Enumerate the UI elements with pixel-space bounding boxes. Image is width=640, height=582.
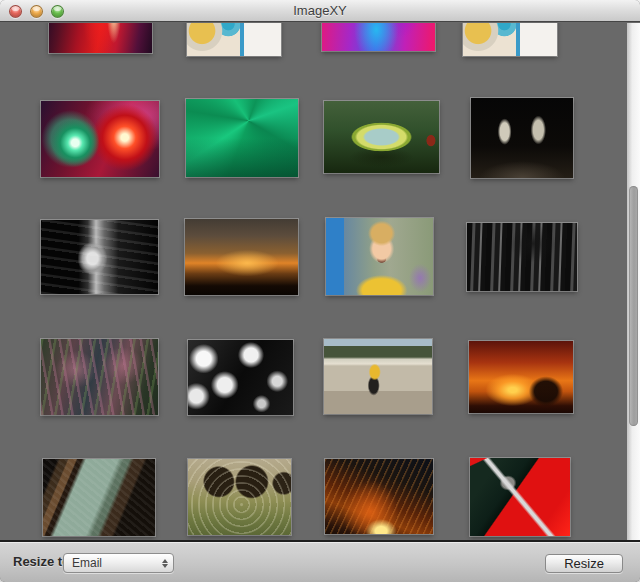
thumbnail-red-green-orbs[interactable]: [41, 101, 159, 177]
scrollbar-track[interactable]: [627, 23, 640, 540]
thumbnail-rope-knot-bw[interactable]: [41, 220, 158, 294]
thumbnail-kid-running-beach[interactable]: [324, 339, 432, 414]
thumbnail-orange-sunset-tree[interactable]: [469, 341, 573, 413]
titlebar: ImageXY: [0, 0, 640, 22]
thumbnail-bonfire-sparks[interactable]: [325, 459, 433, 534]
bottom-toolbar: Resize to Email Resize: [0, 540, 640, 582]
popup-updown-arrows-icon: [157, 554, 173, 572]
resize-to-label: Resize to: [13, 542, 70, 582]
thumbnail-meadow-flowers[interactable]: [41, 339, 158, 415]
thumbnail-giant-lily-pad[interactable]: [324, 101, 439, 173]
thumbnail-craft-circles-towel-2[interactable]: [463, 23, 557, 56]
thumbnail-night-jumpers[interactable]: [471, 98, 573, 178]
thumbnail-red-car-wiper[interactable]: [470, 458, 570, 536]
thumbnail-sunset-field[interactable]: [185, 219, 298, 295]
preset-dropdown[interactable]: Email: [63, 553, 174, 573]
thumbnail-green-parasol[interactable]: [186, 99, 298, 177]
thumbnail-grass-bw[interactable]: [467, 223, 577, 291]
thumbnail-pink-blue-abstract[interactable]: [322, 23, 435, 51]
thumbnail-red-light-streaks[interactable]: [49, 23, 152, 53]
resize-button[interactable]: Resize: [545, 554, 623, 573]
thumbnail-spiderweb-bridge[interactable]: [188, 459, 291, 535]
scrollbar-thumb[interactable]: [629, 186, 638, 426]
window-title: ImageXY: [0, 0, 640, 22]
thumbnail-smiling-boy[interactable]: [326, 218, 433, 295]
thumbnail-old-car-window[interactable]: [43, 459, 155, 536]
preset-dropdown-value: Email: [64, 556, 157, 570]
photo-browser: [0, 23, 640, 540]
thumbnail-foliage-bw-contrast[interactable]: [188, 340, 293, 415]
thumbnail-craft-circles-towel-1[interactable]: [187, 23, 281, 56]
imagexy-window: ImageXY Resize to Email Resize: [0, 0, 640, 582]
